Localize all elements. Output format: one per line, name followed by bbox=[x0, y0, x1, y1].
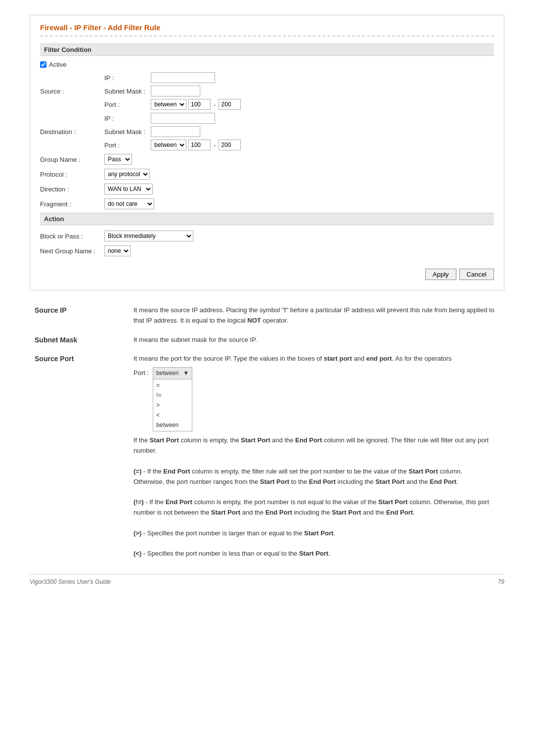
source-ip-row: IP : 192.168.1.77 bbox=[104, 72, 241, 83]
dest-port-dash: - bbox=[214, 142, 216, 149]
footer-right: 79 bbox=[498, 578, 504, 585]
dropdown-options: = != > < between bbox=[153, 379, 192, 431]
direction-row: Direction : WAN to LAN LAN to WAN WAN to… bbox=[40, 183, 494, 195]
group-name-select[interactable]: Pass Block bbox=[104, 154, 132, 165]
dest-subnet-input[interactable]: 255.255.255.0 bbox=[151, 126, 200, 137]
dropdown-option-between: between bbox=[153, 420, 192, 430]
dropdown-header: between ▼ bbox=[153, 368, 192, 379]
source-port-doc-entry: Source Port It means the port for the so… bbox=[35, 354, 499, 559]
source-subnet-input[interactable]: 255.255.255.0 bbox=[151, 86, 200, 96]
source-port-end-input[interactable] bbox=[219, 99, 241, 110]
active-label: Active bbox=[49, 61, 66, 68]
source-ip-doc-entry: Source IP It means the source IP address… bbox=[35, 305, 499, 326]
destination-fields: IP : 10.1.1.77 Subnet Mask : 255.255.255… bbox=[104, 113, 241, 150]
dest-ip-row: IP : 10.1.1.77 bbox=[104, 113, 241, 124]
protocol-select[interactable]: any protocol TCP UDP ICMP bbox=[104, 169, 150, 180]
dest-ip-input[interactable]: 10.1.1.77 bbox=[151, 113, 215, 124]
source-subnet-row: Subnet Mask : 255.255.255.0 bbox=[104, 86, 241, 96]
action-header: Action bbox=[40, 213, 494, 225]
source-port-doc-term: Source Port bbox=[35, 354, 134, 363]
dropdown-option-gt: > bbox=[153, 400, 192, 410]
dropdown-option-neq: != bbox=[153, 390, 192, 400]
source-port-doc-desc: It means the port for the source IP. Typ… bbox=[134, 354, 499, 559]
source-ip-doc-desc: It means the source IP address. Placing … bbox=[134, 305, 499, 326]
source-port-dash: - bbox=[214, 101, 216, 108]
dest-port-row: Port : between = != > < - bbox=[104, 140, 241, 150]
documentation-section: Source IP It means the source IP address… bbox=[30, 305, 504, 559]
group-name-label: Group Name : bbox=[40, 156, 104, 163]
subnet-mask-doc-term: Subnet Mask bbox=[35, 335, 134, 344]
next-group-label: Next Group Name : bbox=[40, 247, 104, 255]
destination-row: Destination : IP : 10.1.1.77 Subnet Mask… bbox=[40, 113, 494, 150]
source-row: Source : IP : 192.168.1.77 Subnet Mask :… bbox=[40, 72, 494, 110]
destination-label: Destination : bbox=[40, 128, 104, 136]
dest-port-end-input[interactable] bbox=[219, 140, 241, 150]
fragment-select[interactable]: do not care unfragmented fragmented too … bbox=[104, 198, 154, 209]
source-port-start-input[interactable] bbox=[188, 99, 211, 110]
source-label: Source : bbox=[40, 88, 104, 95]
dest-port-label: Port : bbox=[104, 142, 149, 149]
button-row: Apply Cancel bbox=[40, 265, 494, 280]
dest-ip-label: IP : bbox=[104, 115, 149, 122]
dropdown-option-eq: = bbox=[153, 380, 192, 390]
source-ip-label: IP : bbox=[104, 74, 149, 82]
source-port-row: Port : between = != > < - bbox=[104, 99, 241, 110]
source-ip-input[interactable]: 192.168.1.77 bbox=[151, 72, 215, 83]
firewall-filter-panel: Firewall - IP Filter - Add Filter Rule F… bbox=[30, 15, 504, 290]
protocol-label: Protocol : bbox=[40, 171, 104, 178]
subnet-mask-doc-desc: It means the subnet mask for the source … bbox=[134, 335, 499, 345]
direction-select[interactable]: WAN to LAN LAN to WAN WAN to WAN LAN to … bbox=[104, 184, 153, 194]
fragment-label: Fragment : bbox=[40, 200, 104, 208]
dest-subnet-row: Subnet Mask : 255.255.255.0 bbox=[104, 126, 241, 137]
block-or-pass-select[interactable]: Block immediately Pass immediately Block… bbox=[104, 231, 193, 241]
port-dropdown-box: between ▼ = != > < between bbox=[153, 367, 192, 431]
dest-port-op-select[interactable]: between = != > < bbox=[151, 140, 186, 150]
apply-button[interactable]: Apply bbox=[425, 269, 456, 280]
source-fields: IP : 192.168.1.77 Subnet Mask : 255.255.… bbox=[104, 72, 241, 110]
block-or-pass-row: Block or Pass : Block immediately Pass i… bbox=[40, 230, 494, 242]
dropdown-arrow-icon: ▼ bbox=[183, 369, 189, 378]
active-row: Active bbox=[40, 61, 494, 68]
active-checkbox[interactable] bbox=[40, 61, 46, 68]
subnet-mask-doc-entry: Subnet Mask It means the subnet mask for… bbox=[35, 335, 499, 345]
group-name-row: Group Name : Pass Block bbox=[40, 153, 494, 165]
protocol-row: Protocol : any protocol TCP UDP ICMP bbox=[40, 168, 494, 180]
source-port-label: Port : bbox=[104, 101, 149, 108]
next-group-row: Next Group Name : none bbox=[40, 245, 494, 257]
panel-title: Firewall - IP Filter - Add Filter Rule bbox=[40, 23, 494, 37]
port-label-inline: Port : bbox=[134, 367, 149, 378]
fragment-row: Fragment : do not care unfragmented frag… bbox=[40, 198, 494, 210]
footer-left: Vigor3300 Series User's Guide bbox=[30, 578, 111, 585]
dest-port-start-input[interactable] bbox=[188, 140, 211, 150]
source-subnet-label: Subnet Mask : bbox=[104, 88, 149, 95]
next-group-select[interactable]: none bbox=[104, 245, 131, 256]
dropdown-option-lt: < bbox=[153, 410, 192, 420]
filter-condition-header: Filter Condition bbox=[40, 44, 494, 56]
block-or-pass-label: Block or Pass : bbox=[40, 233, 104, 240]
source-ip-doc-term: Source IP bbox=[35, 305, 134, 314]
source-port-op-select[interactable]: between = != > < bbox=[151, 99, 186, 110]
dropdown-header-text: between bbox=[156, 369, 178, 378]
direction-label: Direction : bbox=[40, 186, 104, 193]
dest-subnet-label: Subnet Mask : bbox=[104, 128, 149, 136]
page-footer: Vigor3300 Series User's Guide 79 bbox=[30, 574, 504, 585]
cancel-button[interactable]: Cancel bbox=[459, 269, 494, 280]
port-dropdown-illustration: Port : between ▼ = != > < between bbox=[134, 367, 499, 431]
